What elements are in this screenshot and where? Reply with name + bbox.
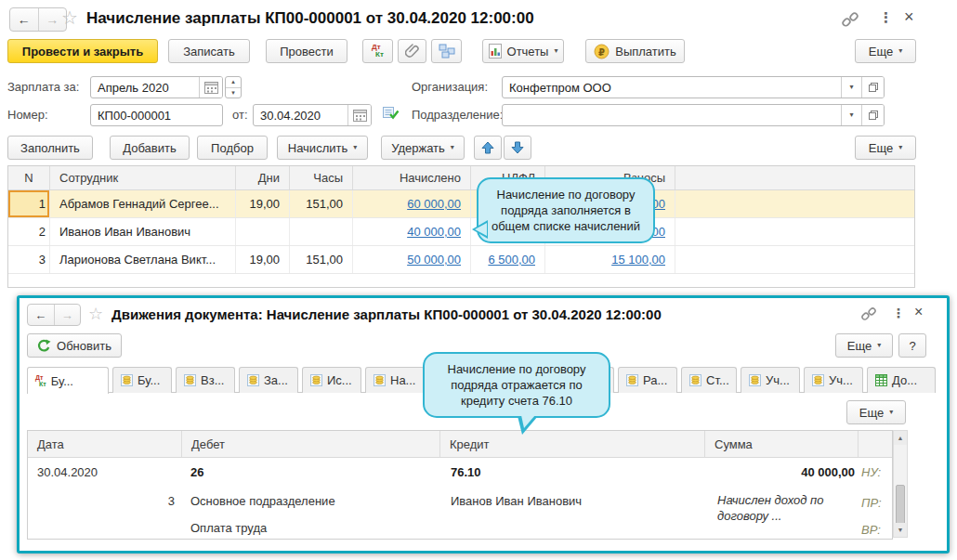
tab-4[interactable]: Ис... — [302, 367, 361, 393]
tab-10[interactable]: Уч... — [804, 367, 863, 393]
period-spinner[interactable]: ▴ ▾ — [225, 76, 242, 98]
refresh-button[interactable]: Обновить — [27, 333, 122, 358]
back-button[interactable]: ← — [10, 8, 38, 31]
entry-debit-account[interactable]: 26 — [190, 465, 203, 479]
table-row[interactable]: 1 Абрамов Геннадий Сергее... 19,00 151,0… — [8, 190, 914, 218]
accrued-link[interactable]: 60 000,00 — [407, 197, 461, 211]
cell-n[interactable]: 1 — [8, 190, 49, 217]
cell-days[interactable]: 19,00 — [235, 246, 289, 273]
movement-entry[interactable]: 30.04.2020 26 76.10 40 000,00 НУ: 3 Осно… — [28, 458, 892, 539]
scroll-up-button[interactable]: ▲ — [894, 431, 907, 445]
more-button-toolbar[interactable]: Еще ▾ — [855, 39, 916, 63]
cell-n[interactable]: 3 — [8, 246, 49, 273]
col-header-sum[interactable]: Сумма — [704, 431, 858, 457]
link-icon[interactable] — [860, 306, 877, 322]
fill-button[interactable]: Заполнить — [7, 136, 93, 160]
post-button[interactable]: Провести — [266, 39, 347, 63]
col-header-employee[interactable]: Сотрудник — [49, 166, 235, 189]
cell-employee[interactable]: Иванов Иван Иванович — [49, 218, 235, 245]
cell-employee[interactable]: Ларионова Светлана Викт... — [49, 246, 235, 273]
contributions-link[interactable]: 15 100,00 — [611, 253, 665, 267]
salary-period-field[interactable]: Апрель 2020 — [90, 76, 223, 98]
cell-employee[interactable]: Абрамов Геннадий Сергее... — [49, 190, 235, 217]
link-icon[interactable] — [841, 10, 859, 29]
tab-1[interactable]: Бу... — [112, 367, 172, 393]
tab-7[interactable]: Ра... — [618, 367, 677, 393]
tab-5[interactable]: На... — [365, 367, 425, 393]
menu-dots-icon[interactable]: ⋮ — [879, 9, 893, 26]
cell-accrued[interactable]: 60 000,00 — [352, 190, 470, 217]
organization-open-button[interactable] — [861, 77, 884, 98]
col-header-n[interactable]: N — [8, 166, 49, 189]
withhold-button[interactable]: Удержать▾ — [381, 136, 465, 160]
department-open-button[interactable] — [861, 105, 884, 125]
favorite-star-icon[interactable]: ☆ — [88, 304, 103, 324]
vertical-scrollbar[interactable]: ▲ ▼ — [893, 430, 908, 538]
tab-3[interactable]: За... — [239, 367, 298, 393]
department-field[interactable]: ▾ — [502, 104, 885, 126]
col-header-date[interactable]: Дата — [28, 431, 181, 457]
col-header-hours[interactable]: Часы — [289, 166, 352, 189]
entry-debit-department[interactable]: Основное подразделение — [190, 494, 335, 508]
dtkt-button[interactable]: ДтКт — [362, 39, 393, 63]
table-row[interactable]: 2 Иванов Иван Иванович 40 000,00 840,00 — [8, 218, 914, 246]
cell-days[interactable] — [235, 218, 289, 245]
forward-button[interactable]: → — [54, 305, 81, 325]
move-down-button[interactable] — [504, 136, 531, 160]
date-field[interactable]: 30.04.2020 — [253, 104, 372, 126]
menu-dots-icon[interactable]: ⋮ — [892, 306, 905, 320]
organization-field[interactable]: Конфетпром ООО ▾ — [502, 76, 885, 98]
organization-dropdown-button[interactable]: ▾ — [841, 77, 861, 98]
pick-button[interactable]: Подбор — [197, 136, 268, 160]
reports-button[interactable]: Отчеты ▾ — [482, 39, 564, 63]
spinner-up-icon[interactable]: ▴ — [226, 77, 241, 88]
spinner-down-icon[interactable]: ▾ — [226, 88, 241, 98]
col-header-credit[interactable]: Кредит — [439, 431, 704, 457]
col-header-debit[interactable]: Дебет — [181, 431, 439, 457]
move-up-button[interactable] — [474, 136, 502, 160]
cell-ndfl[interactable]: 6 500,00 — [470, 246, 544, 273]
number-field[interactable]: КП00-000001 — [90, 104, 223, 126]
structure-button[interactable] — [431, 39, 462, 63]
entry-credit-account[interactable]: 76.10 — [451, 465, 481, 479]
pay-button[interactable]: ₽ Выплатить — [585, 39, 685, 63]
favorite-star-icon[interactable]: ☆ — [61, 7, 78, 29]
tab-2[interactable]: Вз... — [176, 367, 235, 393]
more-button[interactable]: Еще▾ — [835, 333, 893, 358]
date-calendar-button[interactable] — [347, 105, 371, 125]
calendar-button[interactable] — [199, 77, 222, 98]
close-icon[interactable]: × — [904, 7, 914, 27]
cell-accrued[interactable]: 50 000,00 — [352, 246, 470, 273]
tab-accounting[interactable]: ДтКт Бу... — [27, 367, 109, 394]
table-row[interactable]: 3 Ларионова Светлана Викт... 19,00 151,0… — [8, 246, 914, 274]
cell-days[interactable]: 19,00 — [235, 190, 289, 217]
write-button[interactable]: Записать — [168, 39, 250, 63]
accrued-link[interactable]: 50 000,00 — [407, 253, 461, 267]
cell-hours[interactable] — [289, 218, 352, 245]
accrue-button[interactable]: Начислить▾ — [277, 136, 368, 160]
cell-hours[interactable]: 151,00 — [289, 190, 352, 217]
cell-hours[interactable]: 151,00 — [289, 246, 352, 273]
entry-line-number[interactable]: 3 — [138, 494, 175, 508]
add-button[interactable]: Добавить — [110, 136, 190, 160]
cell-contributions[interactable]: 15 100,00 — [544, 246, 675, 273]
department-dropdown-button[interactable]: ▾ — [841, 105, 861, 125]
entry-date[interactable]: 30.04.2020 — [37, 465, 98, 479]
more-button-commands[interactable]: Еще▾ — [855, 136, 916, 160]
post-and-close-button[interactable]: Провести и закрыть — [7, 39, 158, 63]
back-button[interactable]: ← — [28, 305, 54, 325]
document-check-icon[interactable] — [383, 106, 400, 121]
entry-credit-person[interactable]: Иванов Иван Иванович — [451, 494, 582, 508]
accrued-link[interactable]: 40 000,00 — [407, 225, 461, 239]
entry-debit-item[interactable]: Оплата труда — [190, 521, 267, 535]
col-header-accrued[interactable]: Начислено — [352, 166, 470, 189]
close-icon[interactable]: × — [914, 304, 923, 320]
scroll-down-button[interactable]: ▼ — [894, 523, 907, 537]
ndfl-link[interactable]: 6 500,00 — [488, 253, 535, 267]
scrollbar-thumb[interactable] — [896, 485, 905, 526]
attachments-button[interactable] — [398, 39, 426, 63]
cell-accrued[interactable]: 40 000,00 — [352, 218, 470, 245]
tab-9[interactable]: Уч... — [741, 367, 800, 393]
more-button-grid[interactable]: Еще▾ — [846, 400, 906, 424]
col-header-days[interactable]: Дни — [235, 166, 289, 189]
